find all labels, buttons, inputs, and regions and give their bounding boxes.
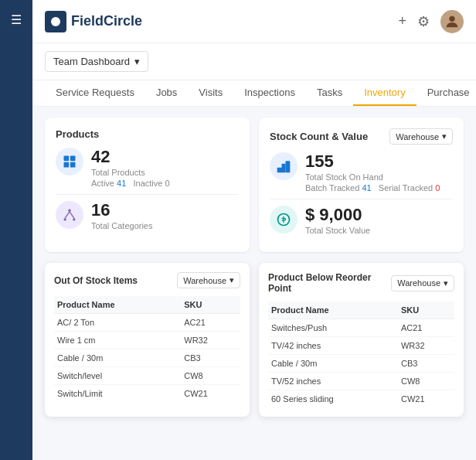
stock-value-amount: $ 9,000 <box>305 206 370 224</box>
svg-rect-5 <box>70 162 76 168</box>
product-name: AC/ 2 Ton <box>54 314 181 332</box>
reorder-card: Product Below Reorder Point Warehouse ▾ … <box>259 263 464 417</box>
sku: CW8 <box>181 367 240 385</box>
product-name: Switch/level <box>54 367 181 385</box>
inactive-label: Inactive <box>133 179 162 188</box>
svg-rect-11 <box>277 168 283 173</box>
sku: CW21 <box>181 385 240 403</box>
stock-value-info: $ 9,000 Total Stock Value <box>305 206 370 235</box>
total-stock-info: 155 Total Stock On Hand Batch Tracked 41… <box>305 152 440 193</box>
table-row: Switch/LimitCW21 <box>54 385 240 403</box>
products-card-title: Products <box>56 128 99 140</box>
product-name: 60 Series sliding <box>268 390 398 408</box>
stock-card: Stock Count & Value Warehouse ▾ 155 Tota… <box>259 118 464 252</box>
out-of-stock-card: Out Of Stock Items Warehouse ▾ Product N… <box>45 263 250 417</box>
batch-value: 41 <box>362 183 371 193</box>
stock-tracked: Batch Tracked 41 Serial Tracked 0 <box>305 183 440 193</box>
reorder-title: Product Below Reorder Point <box>268 272 391 294</box>
warehouse-label: Warehouse <box>397 278 440 288</box>
product-name: Cable / 30m <box>268 355 398 373</box>
logo-text: FieldCircle <box>71 13 142 29</box>
serial-label: Serial Tracked <box>379 183 433 193</box>
tab-jobs[interactable]: Jobs <box>145 80 188 106</box>
product-name: Switches/Push <box>268 319 398 337</box>
out-of-stock-warehouse-dropdown[interactable]: Warehouse ▾ <box>177 272 240 288</box>
products-active-inactive: Active 41 Inactive 0 <box>91 179 170 188</box>
dashboard-selector-row: Team Dashboard ▾ <box>32 43 476 80</box>
dashboard-dropdown[interactable]: Team Dashboard ▾ <box>45 51 148 72</box>
logo: FieldCircle <box>45 11 142 32</box>
reorder-header: Product Below Reorder Point Warehouse ▾ <box>268 272 454 294</box>
total-products-stat: 42 Total Products Active 41 Inactive 0 <box>56 148 239 188</box>
svg-point-0 <box>51 17 60 26</box>
svg-point-7 <box>64 218 66 220</box>
chevron-down-icon: ▾ <box>230 275 234 285</box>
dashboard-label: Team Dashboard <box>53 56 130 67</box>
warehouse-label: Warehouse <box>396 132 439 141</box>
avatar[interactable] <box>440 10 464 33</box>
sku: CW21 <box>398 390 454 408</box>
reorder-table: Product Name SKU Switches/PushAC21TV/42 … <box>268 302 454 407</box>
header-right: + ⚙ <box>398 10 464 33</box>
tab-inventory[interactable]: Inventory <box>353 80 416 106</box>
total-stock-label: Total Stock On Hand <box>305 172 440 182</box>
sku: AC21 <box>181 314 240 332</box>
product-name: Wire 1 cm <box>54 332 181 349</box>
chevron-down-icon: ▾ <box>442 131 447 141</box>
warehouse-dropdown[interactable]: Warehouse ▾ <box>389 128 453 145</box>
stock-card-title: Stock Count & Value <box>270 131 368 142</box>
hamburger-icon[interactable]: ☰ <box>11 12 22 27</box>
active-value: 41 <box>117 179 126 188</box>
plus-icon[interactable]: + <box>398 13 406 29</box>
card-divider-2 <box>270 199 453 199</box>
header: FieldCircle + ⚙ <box>32 0 476 43</box>
sku: WR32 <box>398 337 454 355</box>
serial-value: 0 <box>435 183 440 193</box>
tab-visits[interactable]: Visits <box>188 80 233 106</box>
out-of-stock-header: Out Of Stock Items Warehouse ▾ <box>54 272 240 288</box>
active-label: Active <box>91 179 114 188</box>
svg-line-10 <box>70 212 74 218</box>
svg-line-9 <box>65 212 70 218</box>
svg-rect-4 <box>64 162 70 168</box>
reorder-warehouse-dropdown[interactable]: Warehouse ▾ <box>391 275 454 291</box>
card-divider <box>56 194 239 195</box>
chevron-down-icon: ▾ <box>444 278 448 288</box>
stock-icon <box>270 152 298 180</box>
top-cards-row: Products 42 Total Products Active 41 Ina… <box>45 118 464 252</box>
main-content: FieldCircle + ⚙ Team Dashboard ▾ Service… <box>32 0 476 460</box>
col-sku-header: SKU <box>181 296 240 314</box>
sku: CB3 <box>181 349 240 367</box>
svg-rect-3 <box>70 156 76 162</box>
warehouse-label: Warehouse <box>183 276 226 285</box>
tab-inspections[interactable]: Inspections <box>233 80 306 106</box>
tab-service-requests[interactable]: Service Requests <box>45 80 145 106</box>
sidebar: ☰ <box>0 0 32 460</box>
categories-icon <box>56 201 83 229</box>
table-row: AC/ 2 TonAC21 <box>54 314 240 332</box>
total-products-info: 42 Total Products Active 41 Inactive 0 <box>91 148 170 188</box>
total-categories-label: Total Categories <box>91 221 153 230</box>
svg-rect-12 <box>282 164 286 173</box>
logo-icon <box>45 11 66 32</box>
products-icon <box>56 148 83 175</box>
value-icon <box>270 206 298 233</box>
sku: WR32 <box>181 332 240 349</box>
svg-point-6 <box>68 210 70 212</box>
sku: AC21 <box>398 319 454 337</box>
total-categories-value: 16 <box>91 201 153 220</box>
gear-icon[interactable]: ⚙ <box>417 13 430 30</box>
svg-rect-13 <box>286 161 291 172</box>
tab-tasks[interactable]: Tasks <box>306 80 353 106</box>
table-row: Cable / 30mCB3 <box>268 355 454 373</box>
product-name: Switch/Limit <box>54 385 181 403</box>
table-row: Switch/levelCW8 <box>54 367 240 385</box>
chevron-down-icon: ▾ <box>134 56 140 67</box>
stock-value-stat: $ 9,000 Total Stock Value <box>270 206 453 235</box>
sku: CW8 <box>398 373 454 390</box>
content-area: Products 42 Total Products Active 41 Ina… <box>32 107 476 460</box>
col-product-header: Product Name <box>268 302 398 319</box>
svg-point-8 <box>73 218 75 220</box>
table-row: 60 Series slidingCW21 <box>268 390 454 408</box>
tab-purchase[interactable]: Purchase <box>416 80 476 106</box>
